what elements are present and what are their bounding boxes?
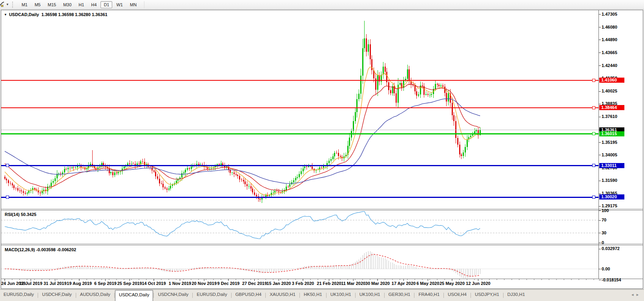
tab-divider xyxy=(503,293,504,298)
tab-divider xyxy=(76,293,76,298)
tab-divider xyxy=(299,293,300,298)
panel-separator-rsi[interactable] xyxy=(1,209,643,210)
toolbar-grip[interactable] xyxy=(12,2,15,8)
tool-dropdown-icon[interactable]: ▼ xyxy=(6,3,9,6)
timeframe-button-mn[interactable]: MN xyxy=(127,1,140,8)
tabs-scroll-right-icon[interactable]: ► xyxy=(636,293,641,297)
rsi-label: RSI(14) 50.3425 xyxy=(5,212,36,217)
chart-tab-gbpusd-h4[interactable]: GBPUSD,H4 xyxy=(232,290,265,301)
chart-title: ▼USDCAD,Daily 1.36598 1.36598 1.36280 1.… xyxy=(4,12,108,18)
chart-symbol-label: USDCAD,Daily xyxy=(9,12,39,17)
tab-divider xyxy=(265,293,266,298)
line-handle[interactable] xyxy=(6,164,9,167)
tab-divider xyxy=(355,293,356,298)
line-handle[interactable] xyxy=(592,79,595,82)
tab-divider xyxy=(192,293,193,298)
chart-tab-usdcnh-daily[interactable]: USDCNH,Daily xyxy=(154,290,192,301)
rsi-canvas[interactable] xyxy=(1,210,598,244)
timeframe-button-m5[interactable]: M5 xyxy=(31,1,44,8)
timeframe-button-m30[interactable]: M30 xyxy=(60,1,75,8)
tab-divider xyxy=(384,293,385,298)
panel-separator-macd[interactable] xyxy=(1,244,643,245)
toolbar-separator xyxy=(144,1,144,8)
macd-label: MACD(12,26,9) -0.003598 -0.006202 xyxy=(5,247,76,252)
tab-divider xyxy=(414,293,414,298)
chart-tab-uk100-h1[interactable]: UK100,H1 xyxy=(356,290,384,301)
chart-tabbar: EURUSD,DailyUSDCHF,DailyAUDUSD,DailyUSDC… xyxy=(0,289,644,301)
chart-tab-dj30-h1[interactable]: DJ30,H1 xyxy=(504,290,529,301)
chart-tab-usdchf-daily[interactable]: USDCHF,Daily xyxy=(38,290,75,301)
tab-divider xyxy=(471,293,471,298)
line-handle[interactable] xyxy=(6,196,9,198)
timeframe-toolbar: ▼ M1M5M15M30H1H4D1W1MN xyxy=(0,0,644,9)
timeframe-button-h1[interactable]: H1 xyxy=(75,1,87,8)
line-handle[interactable] xyxy=(592,106,595,109)
ma-line-8 xyxy=(5,67,480,195)
macd-signal-line xyxy=(5,254,480,276)
chart-tab-fra40-h1[interactable]: FRA40,H1 xyxy=(415,290,443,301)
line-handle[interactable] xyxy=(592,196,595,198)
date-axis xyxy=(1,279,643,288)
draw-tool-icon[interactable] xyxy=(0,2,5,8)
chart-tab-audusd-daily[interactable]: AUDUSD,Daily xyxy=(77,290,114,301)
timeframe-button-h4[interactable]: H4 xyxy=(88,1,100,8)
chart-tab-eurusd-daily[interactable]: EURUSD,Daily xyxy=(0,290,37,301)
tab-divider xyxy=(326,293,327,298)
chart-collapse-icon[interactable]: ▼ xyxy=(4,13,7,16)
tab-divider xyxy=(231,293,232,298)
chart-tab-hk50-h1[interactable]: HK50,H1 xyxy=(300,290,326,301)
tab-scroll-arrows: ◄► xyxy=(631,293,641,297)
horizontal-lines xyxy=(1,79,598,198)
timeframe-button-w1[interactable]: W1 xyxy=(113,1,126,8)
line-handle[interactable] xyxy=(592,164,595,167)
chart-ohlc-quotes: 1.36598 1.36598 1.36280 1.36361 xyxy=(41,12,107,17)
tab-divider xyxy=(38,293,38,298)
chart-tab-xauusd-h1[interactable]: XAUUSD,H1 xyxy=(266,290,299,301)
chart-tab-usdcad-daily[interactable]: USDCAD,Daily xyxy=(115,290,153,301)
timeframe-buttons: M1M5M15M30H1H4D1W1MN xyxy=(18,1,140,8)
chart-tab-usdjpy-h1[interactable]: USDJPY,H1 xyxy=(471,290,503,301)
candles xyxy=(4,21,481,203)
macd-canvas[interactable] xyxy=(1,245,598,279)
trading-terminal: ▼ M1M5M15M30H1H4D1W1MN ▼USDCAD,Daily 1.3… xyxy=(0,0,644,301)
price-chart-canvas[interactable] xyxy=(1,10,598,209)
ma-line-55 xyxy=(5,99,480,183)
tab-divider xyxy=(153,293,154,298)
timeframe-button-m15[interactable]: M15 xyxy=(44,1,59,8)
tabs-scroll-left-icon[interactable]: ◄ xyxy=(631,293,636,297)
chart-tab-usoil-h4[interactable]: USOil,H4 xyxy=(444,290,470,301)
line-handle[interactable] xyxy=(592,132,595,135)
macd-histogram xyxy=(5,251,480,278)
moving-averages xyxy=(5,67,480,195)
chart-tab-ger30-h1[interactable]: GER30,H1 xyxy=(385,290,414,301)
ma-line-20 xyxy=(5,85,480,191)
tab-divider xyxy=(443,293,444,298)
tab-divider xyxy=(114,293,115,298)
price-axis-line xyxy=(598,10,599,279)
chart-tab-uk100-h1[interactable]: UK100,H1 xyxy=(327,290,355,301)
chart-tab-eurusd-daily[interactable]: EURUSD,Daily xyxy=(193,290,230,301)
timeframe-button-d1[interactable]: D1 xyxy=(100,1,112,8)
rsi-line xyxy=(5,212,480,239)
timeframe-button-m1[interactable]: M1 xyxy=(18,1,31,8)
